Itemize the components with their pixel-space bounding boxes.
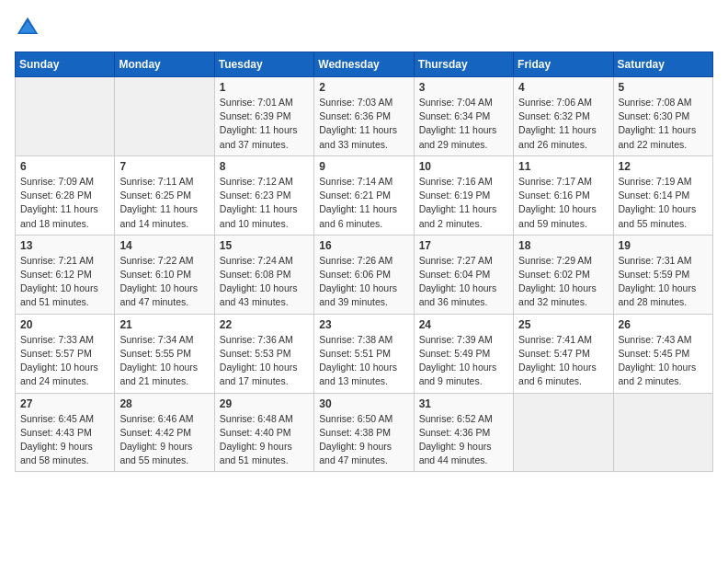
day-info: Sunrise: 6:50 AMSunset: 4:38 PMDaylight:… xyxy=(319,413,392,466)
day-number: 28 xyxy=(119,397,209,410)
day-info: Sunrise: 6:45 AMSunset: 4:43 PMDaylight:… xyxy=(20,413,94,466)
calendar-cell: 4Sunrise: 7:06 AMSunset: 6:32 PMDaylight… xyxy=(514,77,613,156)
day-info: Sunrise: 7:09 AMSunset: 6:28 PMDaylight:… xyxy=(20,176,98,229)
day-info: Sunrise: 6:46 AMSunset: 4:42 PMDaylight:… xyxy=(119,413,193,466)
day-info: Sunrise: 7:43 AMSunset: 5:45 PMDaylight:… xyxy=(619,334,697,387)
day-number: 17 xyxy=(419,239,508,252)
day-info: Sunrise: 7:38 AMSunset: 5:51 PMDaylight:… xyxy=(319,334,397,387)
day-number: 1 xyxy=(220,81,309,94)
day-info: Sunrise: 7:21 AMSunset: 6:12 PMDaylight:… xyxy=(20,255,98,308)
day-info: Sunrise: 7:27 AMSunset: 6:04 PMDaylight:… xyxy=(419,255,497,308)
day-info: Sunrise: 6:48 AMSunset: 4:40 PMDaylight:… xyxy=(220,413,293,466)
day-info: Sunrise: 7:12 AMSunset: 6:23 PMDaylight:… xyxy=(220,176,298,229)
day-info: Sunrise: 7:19 AMSunset: 6:14 PMDaylight:… xyxy=(619,176,697,229)
calendar-cell: 11Sunrise: 7:17 AMSunset: 6:16 PMDayligh… xyxy=(514,155,613,235)
day-info: Sunrise: 7:24 AMSunset: 6:08 PMDaylight:… xyxy=(220,255,298,308)
day-number: 9 xyxy=(319,160,408,173)
calendar-cell: 9Sunrise: 7:14 AMSunset: 6:21 PMDaylight… xyxy=(314,155,414,235)
day-header-sunday: Sunday xyxy=(16,52,115,77)
calendar-cell: 27Sunrise: 6:45 AMSunset: 4:43 PMDayligh… xyxy=(16,393,115,472)
day-info: Sunrise: 7:08 AMSunset: 6:30 PMDaylight:… xyxy=(619,97,697,150)
calendar-cell: 15Sunrise: 7:24 AMSunset: 6:08 PMDayligh… xyxy=(214,235,313,314)
calendar-cell: 8Sunrise: 7:12 AMSunset: 6:23 PMDaylight… xyxy=(214,155,313,235)
day-number: 8 xyxy=(220,160,309,173)
calendar-cell: 29Sunrise: 6:48 AMSunset: 4:40 PMDayligh… xyxy=(214,393,313,472)
calendar-cell: 5Sunrise: 7:08 AMSunset: 6:30 PMDaylight… xyxy=(613,77,712,156)
calendar-cell: 12Sunrise: 7:19 AMSunset: 6:14 PMDayligh… xyxy=(613,155,712,235)
day-number: 21 xyxy=(119,318,209,331)
calendar-cell xyxy=(613,393,712,472)
day-number: 26 xyxy=(619,318,708,331)
logo-icon xyxy=(15,15,40,40)
calendar-cell: 23Sunrise: 7:38 AMSunset: 5:51 PMDayligh… xyxy=(314,314,414,393)
day-header-tuesday: Tuesday xyxy=(214,52,313,77)
calendar-cell: 7Sunrise: 7:11 AMSunset: 6:25 PMDaylight… xyxy=(115,155,214,235)
calendar-cell: 19Sunrise: 7:31 AMSunset: 5:59 PMDayligh… xyxy=(613,235,712,314)
day-number: 27 xyxy=(20,397,109,410)
day-number: 13 xyxy=(20,239,109,252)
day-number: 16 xyxy=(319,239,408,252)
day-number: 15 xyxy=(220,239,309,252)
page-header xyxy=(15,15,713,40)
calendar-cell: 25Sunrise: 7:41 AMSunset: 5:47 PMDayligh… xyxy=(514,314,613,393)
day-number: 10 xyxy=(419,160,508,173)
day-number: 6 xyxy=(20,160,109,173)
calendar-cell: 18Sunrise: 7:29 AMSunset: 6:02 PMDayligh… xyxy=(514,235,613,314)
calendar-cell: 13Sunrise: 7:21 AMSunset: 6:12 PMDayligh… xyxy=(16,235,115,314)
day-number: 2 xyxy=(319,81,408,94)
day-number: 23 xyxy=(319,318,408,331)
day-number: 7 xyxy=(119,160,209,173)
day-info: Sunrise: 7:01 AMSunset: 6:39 PMDaylight:… xyxy=(220,97,298,150)
day-number: 3 xyxy=(419,81,508,94)
calendar-cell: 16Sunrise: 7:26 AMSunset: 6:06 PMDayligh… xyxy=(314,235,414,314)
day-header-monday: Monday xyxy=(115,52,214,77)
day-info: Sunrise: 6:52 AMSunset: 4:36 PMDaylight:… xyxy=(419,413,493,466)
day-number: 5 xyxy=(619,81,708,94)
calendar-cell xyxy=(514,393,613,472)
day-number: 20 xyxy=(20,318,109,331)
day-info: Sunrise: 7:26 AMSunset: 6:06 PMDaylight:… xyxy=(319,255,397,308)
day-info: Sunrise: 7:39 AMSunset: 5:49 PMDaylight:… xyxy=(419,334,497,387)
day-info: Sunrise: 7:14 AMSunset: 6:21 PMDaylight:… xyxy=(319,176,397,229)
day-info: Sunrise: 7:31 AMSunset: 5:59 PMDaylight:… xyxy=(619,255,697,308)
day-info: Sunrise: 7:11 AMSunset: 6:25 PMDaylight:… xyxy=(119,176,198,229)
logo xyxy=(15,15,44,40)
day-number: 31 xyxy=(419,397,508,410)
calendar-cell: 20Sunrise: 7:33 AMSunset: 5:57 PMDayligh… xyxy=(16,314,115,393)
day-number: 4 xyxy=(518,81,608,94)
day-header-wednesday: Wednesday xyxy=(314,52,414,77)
day-number: 29 xyxy=(220,397,309,410)
day-number: 30 xyxy=(319,397,408,410)
day-number: 12 xyxy=(619,160,708,173)
day-info: Sunrise: 7:17 AMSunset: 6:16 PMDaylight:… xyxy=(518,176,597,229)
calendar-cell: 21Sunrise: 7:34 AMSunset: 5:55 PMDayligh… xyxy=(115,314,214,393)
calendar-cell: 10Sunrise: 7:16 AMSunset: 6:19 PMDayligh… xyxy=(414,155,513,235)
day-info: Sunrise: 7:34 AMSunset: 5:55 PMDaylight:… xyxy=(119,334,198,387)
calendar-cell: 28Sunrise: 6:46 AMSunset: 4:42 PMDayligh… xyxy=(115,393,214,472)
day-number: 11 xyxy=(518,160,608,173)
calendar-cell: 31Sunrise: 6:52 AMSunset: 4:36 PMDayligh… xyxy=(414,393,513,472)
calendar-cell: 26Sunrise: 7:43 AMSunset: 5:45 PMDayligh… xyxy=(613,314,712,393)
day-info: Sunrise: 7:41 AMSunset: 5:47 PMDaylight:… xyxy=(518,334,597,387)
day-info: Sunrise: 7:29 AMSunset: 6:02 PMDaylight:… xyxy=(518,255,597,308)
calendar-cell: 24Sunrise: 7:39 AMSunset: 5:49 PMDayligh… xyxy=(414,314,513,393)
day-header-saturday: Saturday xyxy=(613,52,712,77)
day-number: 22 xyxy=(220,318,309,331)
day-info: Sunrise: 7:04 AMSunset: 6:34 PMDaylight:… xyxy=(419,97,497,150)
day-info: Sunrise: 7:03 AMSunset: 6:36 PMDaylight:… xyxy=(319,97,397,150)
calendar-cell: 1Sunrise: 7:01 AMSunset: 6:39 PMDaylight… xyxy=(214,77,313,156)
day-header-thursday: Thursday xyxy=(414,52,513,77)
calendar-cell xyxy=(115,77,214,156)
calendar-cell xyxy=(16,77,115,156)
calendar-cell: 22Sunrise: 7:36 AMSunset: 5:53 PMDayligh… xyxy=(214,314,313,393)
day-info: Sunrise: 7:22 AMSunset: 6:10 PMDaylight:… xyxy=(119,255,198,308)
calendar-table: SundayMondayTuesdayWednesdayThursdayFrid… xyxy=(15,52,713,472)
calendar-cell: 3Sunrise: 7:04 AMSunset: 6:34 PMDaylight… xyxy=(414,77,513,156)
day-header-friday: Friday xyxy=(514,52,613,77)
day-info: Sunrise: 7:36 AMSunset: 5:53 PMDaylight:… xyxy=(220,334,298,387)
calendar-cell: 17Sunrise: 7:27 AMSunset: 6:04 PMDayligh… xyxy=(414,235,513,314)
day-info: Sunrise: 7:33 AMSunset: 5:57 PMDaylight:… xyxy=(20,334,98,387)
calendar-cell: 6Sunrise: 7:09 AMSunset: 6:28 PMDaylight… xyxy=(16,155,115,235)
day-number: 19 xyxy=(619,239,708,252)
calendar-cell: 30Sunrise: 6:50 AMSunset: 4:38 PMDayligh… xyxy=(314,393,414,472)
